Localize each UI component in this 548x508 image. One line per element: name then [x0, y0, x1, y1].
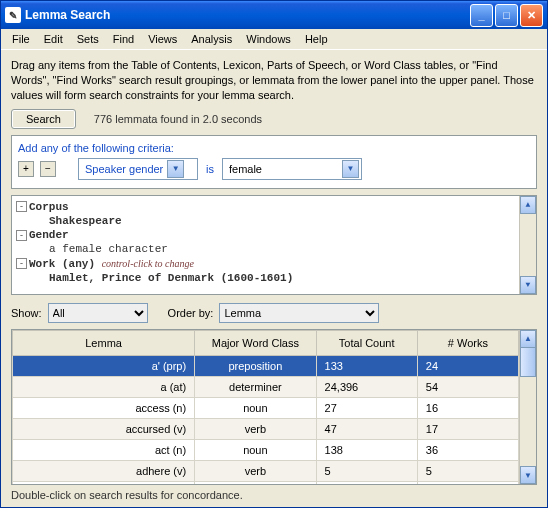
cell-works: 54: [417, 376, 518, 397]
minimize-button[interactable]: _: [470, 4, 493, 27]
menu-find[interactable]: Find: [106, 31, 141, 47]
menu-analysis[interactable]: Analysis: [184, 31, 239, 47]
cell-lemma: a' (prp): [13, 355, 195, 376]
app-window: ✎ Lemma Search _ □ ✕ File Edit Sets Find…: [0, 0, 548, 508]
scroll-up-icon[interactable]: ▲: [520, 196, 536, 214]
cell-class: verb: [195, 460, 316, 481]
content-area: Drag any items from the Table of Content…: [1, 50, 547, 485]
criteria-field-value: Speaker gender: [85, 163, 163, 175]
menu-windows[interactable]: Windows: [239, 31, 298, 47]
cell-class: adverb: [195, 481, 316, 484]
tree-gender-value: a female character: [49, 243, 168, 255]
cell-count: 138: [316, 439, 417, 460]
cell-lemma: adown (av): [13, 481, 195, 484]
tree-collapse-icon[interactable]: -: [16, 201, 27, 212]
table-row[interactable]: adhere (v)verb55: [13, 460, 519, 481]
table-row[interactable]: act (n)noun13836: [13, 439, 519, 460]
menubar: File Edit Sets Find Views Analysis Windo…: [1, 29, 547, 50]
cell-count: 119: [316, 481, 417, 484]
cell-count: 27: [316, 397, 417, 418]
criteria-panel: Add any of the following criteria: + − S…: [11, 135, 537, 189]
tree-collapse-icon[interactable]: -: [16, 230, 27, 241]
tree-corpus: Corpus: [29, 201, 69, 213]
col-works[interactable]: # Works: [417, 330, 518, 355]
search-status: 776 lemmata found in 2.0 seconds: [94, 113, 262, 125]
order-select[interactable]: Lemma: [219, 303, 379, 323]
tree-scrollbar[interactable]: ▲ ▼: [519, 196, 536, 294]
cell-class: noun: [195, 397, 316, 418]
cell-class: determiner: [195, 376, 316, 397]
table-header-row: Lemma Major Word Class Total Count # Wor…: [13, 330, 519, 355]
cell-works: 16: [417, 397, 518, 418]
menu-edit[interactable]: Edit: [37, 31, 70, 47]
table-row[interactable]: a (at)determiner24,39654: [13, 376, 519, 397]
cell-count: 47: [316, 418, 417, 439]
chevron-down-icon: ▼: [342, 160, 359, 178]
footer-hint: Double-click on search results for conco…: [1, 485, 547, 507]
cell-count: 133: [316, 355, 417, 376]
criteria-row: + − Speaker gender ▼ is female ▼: [18, 158, 530, 180]
cell-works: 36: [417, 439, 518, 460]
tree-work: Work (any): [29, 258, 95, 270]
scrollbar-thumb[interactable]: [520, 347, 536, 377]
criteria-value-select[interactable]: female ▼: [222, 158, 362, 180]
close-button[interactable]: ✕: [520, 4, 543, 27]
results-table[interactable]: Lemma Major Word Class Total Count # Wor…: [12, 330, 519, 484]
results-table-wrap: Lemma Major Word Class Total Count # Wor…: [11, 329, 537, 485]
window-title: Lemma Search: [25, 8, 468, 22]
app-icon: ✎: [5, 7, 21, 23]
tree-gender: Gender: [29, 229, 69, 241]
cell-works: 5: [417, 460, 518, 481]
cell-lemma: adhere (v): [13, 460, 195, 481]
col-class[interactable]: Major Word Class: [195, 330, 316, 355]
criteria-field-select[interactable]: Speaker gender ▼: [78, 158, 198, 180]
col-lemma[interactable]: Lemma: [13, 330, 195, 355]
cell-lemma: access (n): [13, 397, 195, 418]
tree-work-note: control-click to change: [102, 258, 194, 269]
add-criteria-button[interactable]: +: [18, 161, 34, 177]
table-row[interactable]: a' (prp)preposition13324: [13, 355, 519, 376]
constraints-tree[interactable]: -Corpus Shakespeare -Gender a female cha…: [11, 195, 537, 295]
table-row[interactable]: access (n)noun2716: [13, 397, 519, 418]
cell-works: 24: [417, 355, 518, 376]
cell-class: noun: [195, 439, 316, 460]
remove-criteria-button[interactable]: −: [40, 161, 56, 177]
cell-works: 13: [417, 481, 518, 484]
maximize-button[interactable]: □: [495, 4, 518, 27]
cell-count: 5: [316, 460, 417, 481]
tree-corpus-value: Shakespeare: [49, 215, 122, 227]
order-label: Order by:: [168, 307, 214, 319]
criteria-is-label: is: [204, 163, 216, 175]
cell-lemma: a (at): [13, 376, 195, 397]
search-button[interactable]: Search: [11, 109, 76, 129]
titlebar: ✎ Lemma Search _ □ ✕: [1, 1, 547, 29]
cell-class: verb: [195, 418, 316, 439]
show-select[interactable]: All: [48, 303, 148, 323]
cell-count: 24,396: [316, 376, 417, 397]
menu-sets[interactable]: Sets: [70, 31, 106, 47]
scroll-up-icon[interactable]: ▲: [520, 330, 536, 348]
menu-file[interactable]: File: [5, 31, 37, 47]
cell-class: preposition: [195, 355, 316, 376]
cell-works: 17: [417, 418, 518, 439]
table-row[interactable]: adown (av)adverb11913: [13, 481, 519, 484]
table-row[interactable]: accursed (v)verb4717: [13, 418, 519, 439]
show-label: Show:: [11, 307, 42, 319]
tree-collapse-icon[interactable]: -: [16, 258, 27, 269]
tree-work-value: Hamlet, Prince of Denmark (1600-1601): [49, 272, 293, 284]
cell-lemma: accursed (v): [13, 418, 195, 439]
col-count[interactable]: Total Count: [316, 330, 417, 355]
menu-help[interactable]: Help: [298, 31, 335, 47]
menu-views[interactable]: Views: [141, 31, 184, 47]
results-scrollbar[interactable]: ▲ ▼: [519, 330, 536, 484]
scroll-down-icon[interactable]: ▼: [520, 466, 536, 484]
criteria-title: Add any of the following criteria:: [18, 142, 530, 154]
cell-lemma: act (n): [13, 439, 195, 460]
filter-row: Show: All Order by: Lemma: [11, 303, 537, 323]
scroll-down-icon[interactable]: ▼: [520, 276, 536, 294]
search-row: Search 776 lemmata found in 2.0 seconds: [11, 109, 537, 129]
instructions-text: Drag any items from the Table of Content…: [11, 58, 537, 103]
chevron-down-icon: ▼: [167, 160, 184, 178]
criteria-value-text: female: [229, 163, 338, 175]
